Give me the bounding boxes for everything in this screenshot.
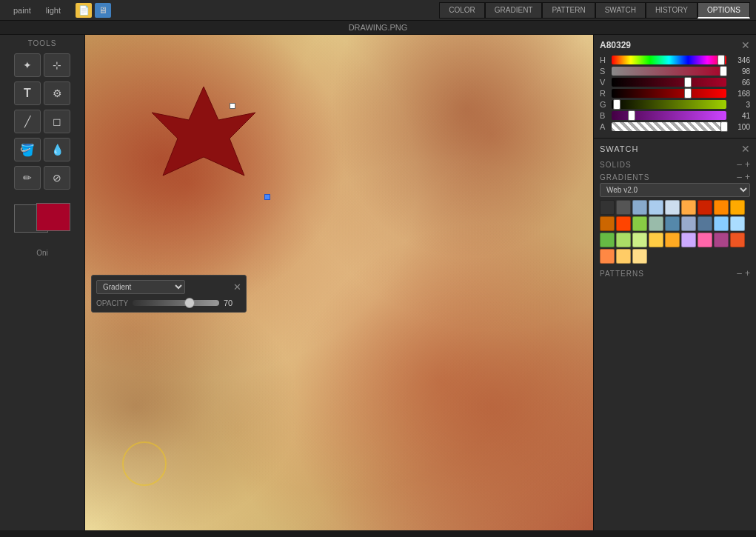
color-picker-panel: A80329 ✕ H 346 S 98 V xyxy=(594,35,756,139)
tool-settings[interactable]: ⚙ xyxy=(44,81,70,105)
green-slider[interactable] xyxy=(612,100,726,109)
swatch-cell[interactable] xyxy=(681,233,696,247)
v-value: 66 xyxy=(729,79,750,87)
h-value: 346 xyxy=(729,56,750,64)
patterns-label: PATTERNS xyxy=(600,270,644,278)
selection-handle-br[interactable] xyxy=(264,194,270,200)
b-value: 41 xyxy=(729,112,750,120)
s-label: S xyxy=(600,67,609,76)
opacity-value: 70 xyxy=(224,298,241,307)
selection-handle-tl[interactable] xyxy=(230,103,235,109)
menu-light[interactable]: light xyxy=(39,3,68,18)
val-slider[interactable] xyxy=(612,78,726,87)
swatch-cell[interactable] xyxy=(649,216,663,231)
hex-value[interactable]: A80329 xyxy=(600,40,631,50)
swatch-cell[interactable] xyxy=(632,200,647,215)
swatch-cell[interactable] xyxy=(681,216,696,231)
tool-transform[interactable]: ⊹ xyxy=(44,53,70,77)
swatch-panel-close[interactable]: ✕ xyxy=(741,143,750,155)
gradients-label: GRADIENTS xyxy=(600,173,649,181)
gradients-plus[interactable]: + xyxy=(745,172,750,182)
swatch-cell[interactable] xyxy=(616,200,631,215)
swatch-cell[interactable] xyxy=(632,233,647,247)
filename: DRAWING.PNG xyxy=(349,23,408,32)
tool-row-2: T ⚙ xyxy=(14,81,70,105)
gradient-type-select[interactable]: Gradient xyxy=(96,280,185,294)
swatch-cell[interactable] xyxy=(600,233,615,247)
swatch-cell[interactable] xyxy=(665,200,680,215)
solids-label: SOLIDS xyxy=(600,161,632,169)
file-icon-yellow[interactable]: 📄 xyxy=(76,3,92,18)
swatch-cell[interactable] xyxy=(632,216,647,231)
top-bar: paint light 📄 🖥 COLOR GRADIENT PATTERN S… xyxy=(0,0,756,21)
sat-slider-row: S 98 xyxy=(600,67,750,76)
tab-history[interactable]: HISTORY xyxy=(646,2,698,19)
gradients-minus[interactable]: – xyxy=(737,172,742,182)
tool-dropper[interactable]: 💧 xyxy=(44,138,70,161)
canvas-area[interactable]: Gradient ✕ OPACITY 70 xyxy=(85,35,593,530)
red-slider[interactable] xyxy=(612,89,726,98)
file-icon-blue[interactable]: 🖥 xyxy=(95,3,111,18)
val-slider-row: V 66 xyxy=(600,78,750,87)
swatch-cell[interactable] xyxy=(665,233,680,247)
swatch-cell[interactable] xyxy=(600,249,615,264)
tool-fill[interactable]: 🪣 xyxy=(14,138,41,161)
tab-gradient[interactable]: GRADIENT xyxy=(485,2,543,19)
patterns-plus[interactable]: + xyxy=(745,268,750,278)
hue-slider-row: H 346 xyxy=(600,56,750,64)
tool-star[interactable]: ✦ xyxy=(14,53,41,77)
gradients-row: GRADIENTS – + xyxy=(600,170,750,183)
gradient-panel: Gradient ✕ OPACITY 70 xyxy=(91,275,247,313)
solids-minus[interactable]: – xyxy=(737,159,742,170)
swatch-dropdown[interactable]: Web v2.0 Default Custom xyxy=(600,183,750,197)
blue-slider[interactable] xyxy=(612,111,726,120)
tool-brush[interactable]: ╱ xyxy=(14,110,41,133)
hue-slider[interactable] xyxy=(612,56,726,64)
swatch-cell[interactable] xyxy=(714,233,729,247)
swatch-cell[interactable] xyxy=(681,200,696,215)
blue-slider-row: B 41 xyxy=(600,111,750,120)
main-layout: TOOLS ✦ ⊹ T ⚙ ╱ ◻ 🪣 💧 ✏ ⊘ Oni xyxy=(0,35,756,530)
swatch-cell[interactable] xyxy=(698,216,712,231)
foreground-color-swatch[interactable] xyxy=(36,203,70,231)
menu-paint[interactable]: paint xyxy=(6,3,39,18)
tab-options[interactable]: OPTIONS xyxy=(698,2,750,19)
swatch-cell[interactable] xyxy=(632,249,647,264)
swatch-cell[interactable] xyxy=(616,216,631,231)
swatch-cell[interactable] xyxy=(730,216,745,231)
alpha-slider-row: A 100 xyxy=(600,122,750,131)
tab-color[interactable]: COLOR xyxy=(439,2,485,19)
gradient-panel-close[interactable]: ✕ xyxy=(233,281,241,293)
swatch-cell[interactable] xyxy=(616,233,631,247)
tool-pen[interactable]: ✏ xyxy=(14,166,41,190)
swatch-cell[interactable] xyxy=(649,233,663,247)
red-slider-row: R 168 xyxy=(600,89,750,98)
swatch-cell[interactable] xyxy=(698,233,712,247)
a-label: A xyxy=(600,122,609,131)
swatch-cell[interactable] xyxy=(616,249,631,264)
alpha-slider[interactable] xyxy=(612,122,726,131)
tab-pattern[interactable]: PATTERN xyxy=(542,2,595,19)
tool-text[interactable]: T xyxy=(14,81,41,105)
swatch-cell[interactable] xyxy=(714,216,729,231)
swatch-cell[interactable] xyxy=(730,200,745,215)
solids-plus[interactable]: + xyxy=(745,159,750,170)
opacity-slider[interactable] xyxy=(133,300,219,306)
swatch-cell[interactable] xyxy=(714,200,729,215)
swatch-cell[interactable] xyxy=(665,216,680,231)
tool-eyedropper[interactable]: ⊘ xyxy=(44,166,70,190)
tab-swatch[interactable]: SWATCH xyxy=(595,2,646,19)
tool-eraser[interactable]: ◻ xyxy=(44,110,70,133)
tool-row-3: ╱ ◻ xyxy=(14,110,70,133)
color-panel-close[interactable]: ✕ xyxy=(741,39,750,51)
color-preview xyxy=(14,199,70,237)
swatch-cell[interactable] xyxy=(600,200,615,215)
swatch-cell[interactable] xyxy=(649,200,663,215)
sat-slider[interactable] xyxy=(612,67,726,76)
swatch-cell[interactable] xyxy=(698,200,712,215)
swatch-cell[interactable] xyxy=(600,216,615,231)
gradient-panel-container: Gradient ✕ OPACITY 70 xyxy=(88,272,250,316)
v-label: V xyxy=(600,78,609,87)
swatch-cell[interactable] xyxy=(730,233,745,247)
patterns-minus[interactable]: – xyxy=(737,268,742,278)
